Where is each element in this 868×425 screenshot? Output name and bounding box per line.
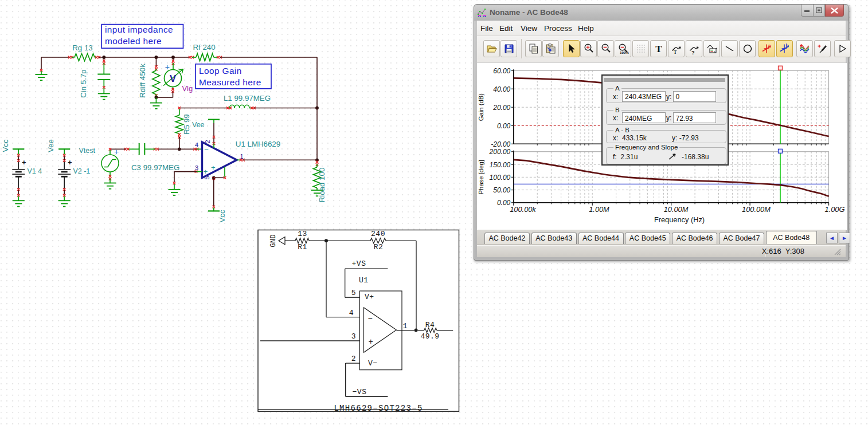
svg-text:−VS: −VS xyxy=(353,388,367,396)
svg-text:1: 1 xyxy=(403,322,408,330)
svg-text:C3 99.97MEG: C3 99.97MEG xyxy=(131,163,179,172)
svg-text:b: b xyxy=(785,43,789,49)
svg-text:R4: R4 xyxy=(425,321,435,329)
svg-text:2: 2 xyxy=(351,355,356,363)
svg-text:V: V xyxy=(170,73,176,84)
svg-text:50.00: 50.00 xyxy=(493,186,510,194)
svg-text:R2: R2 xyxy=(374,243,384,251)
svg-text:modeled here: modeled here xyxy=(105,36,162,46)
svg-text:−: − xyxy=(368,314,373,324)
svg-text:Rf 240: Rf 240 xyxy=(193,43,215,52)
svg-text:Vcc: Vcc xyxy=(218,210,226,223)
svg-text:Measured here: Measured here xyxy=(199,77,261,87)
svg-text:Frequency (Hz): Frequency (Hz) xyxy=(654,215,705,224)
svg-text:T: T xyxy=(674,50,677,54)
svg-text:?: ? xyxy=(691,50,695,55)
svg-text:−: − xyxy=(204,145,209,154)
svg-text:13: 13 xyxy=(298,230,307,238)
svg-text:Vee: Vee xyxy=(192,121,205,129)
svg-text:150.00: 150.00 xyxy=(490,161,511,169)
svg-text:Phase [deg]: Phase [deg] xyxy=(478,160,484,194)
svg-text:4: 4 xyxy=(195,141,198,148)
svg-text:1.00M: 1.00M xyxy=(589,205,609,214)
svg-text:3: 3 xyxy=(351,332,356,341)
svg-text:100.00M: 100.00M xyxy=(742,205,771,214)
svg-text:-20.00: -20.00 xyxy=(491,140,510,148)
svg-text:+: + xyxy=(22,158,26,167)
svg-text:+: + xyxy=(68,158,72,167)
svg-text:V+: V+ xyxy=(365,293,374,301)
svg-text:1.00G: 1.00G xyxy=(825,205,845,214)
svg-text:input impedance: input impedance xyxy=(105,25,173,34)
svg-text:R5 99: R5 99 xyxy=(182,114,191,134)
svg-text:5: 5 xyxy=(204,176,210,179)
svg-text:4: 4 xyxy=(349,309,354,317)
svg-text:100.00: 100.00 xyxy=(490,174,511,182)
svg-text:Gain (dB): Gain (dB) xyxy=(478,93,484,121)
svg-text:+: + xyxy=(211,163,216,172)
svg-text:Loop Gain: Loop Gain xyxy=(199,66,242,76)
svg-text:3: 3 xyxy=(195,164,198,171)
svg-text:100.00k: 100.00k xyxy=(510,205,536,214)
svg-text:Vlg: Vlg xyxy=(182,84,193,93)
svg-text:T: T xyxy=(655,44,662,54)
svg-text:10.00M: 10.00M xyxy=(664,205,689,214)
svg-text:5: 5 xyxy=(351,289,356,297)
svg-text:Vee: Vee xyxy=(46,139,55,152)
svg-text:U1 LMH6629: U1 LMH6629 xyxy=(236,140,280,148)
svg-text:200.00: 200.00 xyxy=(489,148,511,156)
svg-text:20.00: 20.00 xyxy=(492,104,510,112)
svg-text:V−: V− xyxy=(368,359,378,368)
svg-text:0.00: 0.00 xyxy=(497,199,511,207)
svg-text:LMH6629−SOT223−5: LMH6629−SOT223−5 xyxy=(334,404,423,413)
svg-text:+: + xyxy=(369,337,374,347)
svg-text:L1 99.97MEG: L1 99.97MEG xyxy=(224,94,271,103)
svg-text:Rdiff 450k: Rdiff 450k xyxy=(138,64,147,98)
svg-text:a: a xyxy=(768,43,771,49)
svg-text:R1: R1 xyxy=(298,243,307,251)
svg-text:U1: U1 xyxy=(359,276,369,285)
svg-text:240: 240 xyxy=(371,230,385,238)
svg-text:60.00: 60.00 xyxy=(493,67,510,75)
svg-text:Cin 5.7p: Cin 5.7p xyxy=(79,69,88,98)
svg-text:Vcc: Vcc xyxy=(1,139,10,152)
svg-text:49.9: 49.9 xyxy=(420,332,439,341)
svg-text:+: + xyxy=(204,167,208,176)
svg-text:+: + xyxy=(165,62,170,72)
svg-text:+: + xyxy=(114,147,119,156)
svg-text:GND: GND xyxy=(269,234,277,247)
svg-text:+VS: +VS xyxy=(352,259,366,268)
svg-text:Rload 100: Rload 100 xyxy=(318,168,326,203)
svg-text:100%: 100% xyxy=(620,50,629,54)
svg-text:x: x xyxy=(714,50,715,53)
svg-text:0.00: 0.00 xyxy=(497,122,511,130)
svg-text:V1 4: V1 4 xyxy=(28,167,42,175)
svg-text:V2 -1: V2 -1 xyxy=(73,167,90,175)
svg-text:Rg 13: Rg 13 xyxy=(72,44,92,52)
svg-text:2: 2 xyxy=(204,140,211,143)
svg-text:Vtest: Vtest xyxy=(79,147,96,155)
svg-text:40.00: 40.00 xyxy=(493,85,510,93)
